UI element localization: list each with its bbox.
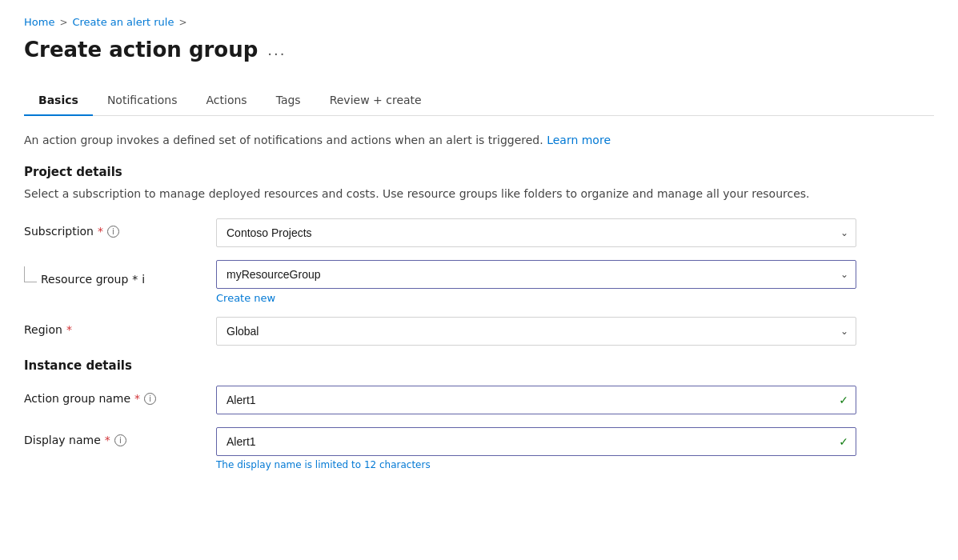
breadcrumb-alert-rule[interactable]: Create an alert rule bbox=[72, 16, 174, 28]
action-group-name-input[interactable] bbox=[216, 386, 856, 414]
page-description: An action group invokes a defined set of… bbox=[24, 132, 934, 149]
instance-details-section: Instance details Action group name * i ✓… bbox=[24, 358, 934, 470]
action-group-name-required: * bbox=[134, 392, 140, 405]
rg-label-text: Resource group * i bbox=[41, 266, 145, 286]
region-select-container: Global ⌄ bbox=[216, 317, 856, 346]
display-name-required: * bbox=[105, 434, 110, 446]
action-group-name-control: ✓ bbox=[216, 386, 856, 414]
create-new-link[interactable]: Create new bbox=[216, 292, 275, 304]
display-name-label: Display name bbox=[24, 434, 101, 446]
region-required: * bbox=[66, 323, 72, 336]
resource-group-label-container: Resource group * i bbox=[24, 260, 200, 286]
instance-details-title: Instance details bbox=[24, 358, 934, 373]
region-control: Global ⌄ bbox=[216, 317, 856, 346]
subscription-label-container: Subscription * i bbox=[24, 218, 200, 238]
display-name-control: ✓ The display name is limited to 12 char… bbox=[216, 427, 856, 470]
subscription-required: * bbox=[98, 225, 103, 238]
breadcrumb-sep-2: > bbox=[178, 17, 186, 28]
display-name-label-container: Display name * i bbox=[24, 427, 200, 446]
action-group-name-check-icon: ✓ bbox=[839, 394, 848, 406]
subscription-select-container: Contoso Projects ⌄ bbox=[216, 218, 856, 247]
subscription-control: Contoso Projects ⌄ bbox=[216, 218, 856, 247]
more-options-button[interactable]: ... bbox=[267, 42, 286, 58]
display-name-input[interactable] bbox=[216, 427, 856, 456]
breadcrumb: Home > Create an alert rule > bbox=[24, 16, 934, 28]
display-name-hint: The display name is limited to 12 charac… bbox=[216, 459, 856, 470]
project-details-section: Project details Select a subscription to… bbox=[24, 165, 934, 346]
breadcrumb-home[interactable]: Home bbox=[24, 16, 54, 28]
tab-tags[interactable]: Tags bbox=[262, 86, 315, 116]
display-name-check-icon: ✓ bbox=[839, 435, 848, 448]
resource-group-select[interactable]: myResourceGroup bbox=[216, 260, 856, 289]
tab-review-create[interactable]: Review + create bbox=[315, 86, 436, 116]
tab-actions[interactable]: Actions bbox=[192, 86, 262, 116]
subscription-label: Subscription bbox=[24, 225, 94, 238]
rg-indent: Resource group * i bbox=[24, 260, 145, 286]
resource-group-required: * bbox=[132, 273, 138, 286]
resource-group-select-container: myResourceGroup ⌄ bbox=[216, 260, 856, 289]
project-details-desc: Select a subscription to manage deployed… bbox=[24, 186, 934, 202]
action-group-name-info-icon[interactable]: i bbox=[144, 393, 156, 405]
breadcrumb-sep-1: > bbox=[59, 17, 67, 28]
display-name-input-container: ✓ bbox=[216, 427, 856, 456]
tabs-container: Basics Notifications Actions Tags Review… bbox=[24, 86, 934, 116]
action-group-name-input-container: ✓ bbox=[216, 386, 856, 414]
tab-notifications[interactable]: Notifications bbox=[93, 86, 192, 116]
tab-basics[interactable]: Basics bbox=[24, 86, 93, 116]
page-header: Create action group ... bbox=[24, 38, 934, 62]
resource-group-control: myResourceGroup ⌄ Create new bbox=[216, 260, 856, 304]
subscription-info-icon[interactable]: i bbox=[107, 226, 119, 238]
region-select[interactable]: Global bbox=[216, 317, 856, 346]
resource-group-info-icon[interactable]: i bbox=[142, 273, 145, 286]
subscription-row: Subscription * i Contoso Projects ⌄ bbox=[24, 218, 934, 247]
region-label: Region bbox=[24, 323, 62, 336]
subscription-select[interactable]: Contoso Projects bbox=[216, 218, 856, 247]
project-details-title: Project details bbox=[24, 165, 934, 179]
resource-group-row: Resource group * i myResourceGroup ⌄ Cre… bbox=[24, 260, 934, 304]
page-title: Create action group bbox=[24, 38, 258, 62]
action-group-name-row: Action group name * i ✓ bbox=[24, 386, 934, 414]
action-group-name-label-container: Action group name * i bbox=[24, 386, 200, 405]
action-group-name-label: Action group name bbox=[24, 392, 130, 405]
rg-connector bbox=[24, 266, 37, 282]
learn-more-link[interactable]: Learn more bbox=[547, 134, 611, 146]
region-label-container: Region * bbox=[24, 317, 200, 336]
display-name-info-icon[interactable]: i bbox=[114, 434, 126, 446]
display-name-row: Display name * i ✓ The display name is l… bbox=[24, 427, 934, 470]
region-row: Region * Global ⌄ bbox=[24, 317, 934, 346]
